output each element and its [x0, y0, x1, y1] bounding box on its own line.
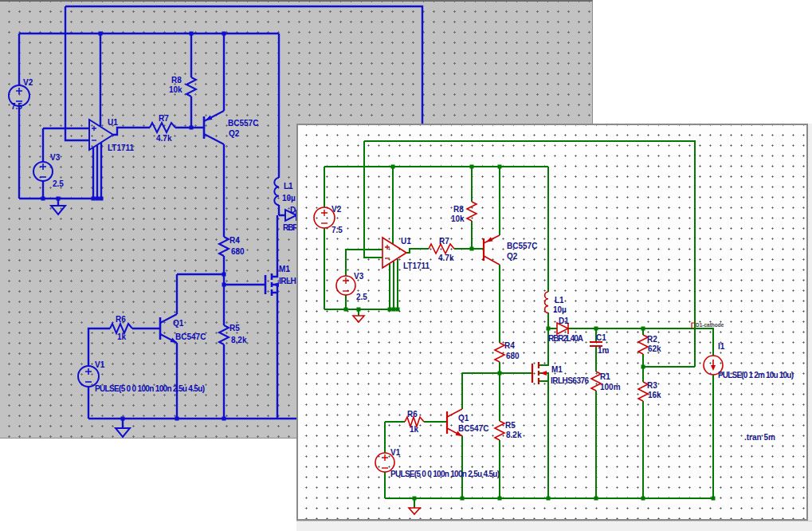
front-schematic-canvas[interactable]: V2 7.5 V3 2.5 U1 LT1711 R8 10k R7 4.7k B… [298, 125, 806, 519]
label-r3-value: 16k [648, 391, 661, 399]
label-d1-value: RBR2L40A [548, 334, 583, 343]
label-v1-ref: V1 [390, 448, 401, 457]
ground-symbol[interactable] [51, 206, 65, 214]
ground-symbol[interactable] [353, 316, 364, 322]
label-v2-ref: V2 [331, 205, 342, 214]
label-v3-ref: V3 [354, 272, 364, 281]
label-l1-value: 10µ [282, 194, 296, 203]
front-canvas-svg[interactable]: V2 7.5 V3 2.5 U1 LT1711 R8 10k R7 4.7k B… [298, 125, 806, 519]
label-r8-ref: R8 [453, 205, 464, 214]
label-v1-value: PULSE(5 0 0 100n 100n 2.5u 4.5u) [390, 470, 500, 478]
label-m1-value: IRLHS6376 [551, 376, 589, 385]
wire-feedback-rail[interactable] [364, 141, 695, 367]
label-r4-value: 680 [506, 352, 520, 360]
back-junctions [41, 32, 226, 421]
label-v3-value: 2.5 [356, 293, 367, 301]
back-labels: V2 7.5 V3 2.5 U1 LT1711 R8 10k R7 4.7k B… [11, 76, 318, 393]
label-l1-ref: L1 [284, 182, 293, 191]
wire-u1-bottom-pins[interactable] [93, 143, 101, 199]
label-m1-ref: M1 [551, 365, 563, 374]
label-i1-ref: I1 [718, 342, 725, 351]
label-q2-ref: Q2 [229, 129, 240, 138]
label-r6-ref: R6 [116, 315, 126, 324]
label-u1-value: LT1711 [403, 262, 430, 270]
resistor-r7[interactable] [150, 123, 175, 132]
label-r5-value: 8.2k [506, 431, 522, 439]
label-r6-ref: R6 [407, 410, 418, 419]
label-r1-value: 100m [600, 383, 621, 391]
label-r4-value: 680 [231, 247, 245, 256]
label-c1-ref: C1 [596, 333, 606, 342]
wire-feedback-to-comparator[interactable] [65, 6, 89, 140]
label-q2-value: BC557C [228, 119, 258, 128]
voltage-source-v3[interactable] [33, 162, 53, 181]
ground-symbol[interactable] [116, 428, 130, 437]
label-u1-ref: U1 [108, 118, 118, 127]
label-r7-ref: R7 [439, 237, 449, 246]
label-r6-value: 1k [410, 425, 419, 434]
label-c1-value: 1m [598, 346, 610, 355]
label-d1-ref: D1 [559, 317, 569, 325]
label-m1-ref: M1 [279, 265, 290, 273]
resistor-r4[interactable] [219, 237, 229, 256]
label-v2-ref: V2 [23, 78, 33, 87]
resistor-r5[interactable] [219, 325, 229, 344]
front-labels: V2 7.5 V3 2.5 U1 LT1711 R8 10k R7 4.7k B… [331, 205, 794, 478]
label-v1-ref: V1 [95, 360, 105, 369]
label-l1-ref: L1 [555, 296, 564, 305]
label-net-d1-cathode: D1-cathode [696, 322, 724, 328]
wire-feedback-to-comparator[interactable] [364, 141, 382, 258]
label-r4-ref: R4 [504, 341, 515, 350]
label-r5-ref: R5 [505, 421, 516, 430]
label-l1-value: 10µ [553, 305, 567, 314]
voltage-source-v3[interactable] [336, 276, 355, 295]
wire-m1-drain[interactable] [539, 328, 548, 365]
resistor-r5[interactable] [495, 421, 504, 440]
label-r7-value: 4.7k [156, 134, 172, 143]
page-strip-right [808, 124, 812, 531]
label-r1-ref: R1 [600, 372, 610, 381]
resistor-r4[interactable] [495, 343, 504, 362]
wire-m1-source[interactable] [272, 285, 277, 419]
label-q1-value: BC547C [458, 424, 488, 433]
label-v3-value: 2.5 [53, 179, 64, 188]
label-q2-value: BC557C [507, 242, 537, 250]
label-r8-ref: R8 [171, 76, 182, 85]
label-i1-value: PULSE(0 1 2m 10u 10u) [718, 371, 794, 380]
transistor-q2[interactable] [204, 111, 224, 144]
page-strip-bottom [296, 521, 812, 531]
back-components[interactable] [9, 77, 296, 437]
label-v1-value: PULSE(5 0 0 100n 100n 2.5u 4.5u) [95, 384, 205, 393]
ground-symbol[interactable] [409, 508, 420, 514]
label-r7-value: 4.7k [438, 254, 454, 262]
label-r3-ref: R3 [647, 381, 657, 390]
label-q1-ref: Q1 [173, 319, 184, 328]
label-spice-directive: .tran 5m [744, 433, 775, 442]
label-u1-ref: U1 [401, 237, 411, 246]
label-q2-ref: Q2 [507, 252, 518, 261]
resistor-r8[interactable] [467, 202, 477, 221]
label-q1-ref: Q1 [458, 414, 469, 423]
transistor-q2[interactable] [484, 235, 500, 265]
label-r4-ref: R4 [229, 236, 240, 245]
label-u1-value: LT1711 [108, 144, 135, 152]
label-r8-value: 10k [169, 85, 182, 94]
label-v2-value: 7.5 [331, 226, 343, 234]
wire-u1-bottom-pins[interactable] [390, 259, 398, 309]
inductor-l1[interactable] [274, 178, 279, 205]
label-r2-value: 62k [648, 344, 661, 353]
label-r5-ref: R5 [229, 324, 240, 332]
front-schematic-window[interactable]: V2 7.5 V3 2.5 U1 LT1711 R8 10k R7 4.7k B… [296, 124, 808, 521]
label-v2-value: 7.5 [11, 102, 22, 111]
inductor-l1[interactable] [545, 292, 548, 313]
label-q1-value: BC547C [175, 332, 206, 341]
wire-m1-source[interactable] [539, 373, 548, 498]
label-r7-ref: R7 [159, 114, 169, 123]
wire-m1-drain[interactable] [272, 215, 277, 277]
label-r6-value: 1k [117, 332, 127, 341]
resistor-r8[interactable] [186, 77, 196, 96]
label-r5-value: 8.2k [231, 336, 247, 344]
label-r2-ref: R2 [647, 335, 657, 344]
label-r8-value: 10k [451, 214, 465, 223]
label-v3-ref: V3 [50, 153, 61, 162]
